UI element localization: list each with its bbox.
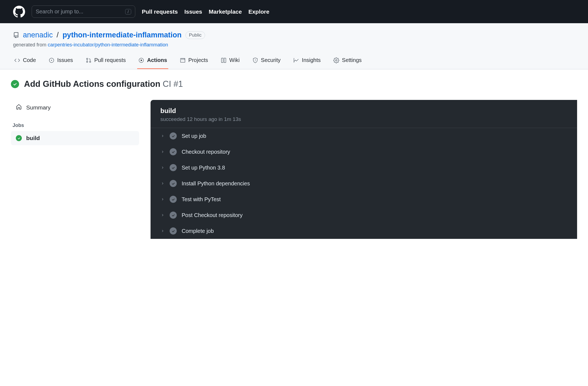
svg-point-12 [255,61,255,61]
log-step[interactable]: Set up Python 3.8 [151,160,577,176]
log-step[interactable]: Test with PyTest [151,191,577,207]
tab-actions[interactable]: Actions [137,57,168,69]
tab-label: Wiki [229,57,240,63]
home-icon [16,104,22,111]
sidebar-job-build[interactable]: build [11,131,139,145]
tab-label: Projects [188,57,208,63]
tab-label: Actions [147,57,167,63]
github-logo[interactable] [13,6,25,18]
chevron-right-icon [160,229,165,233]
check-circle-icon [170,148,177,155]
svg-point-4 [89,61,91,63]
repo-title: anenadic / python-intermediate-inflammat… [13,31,575,39]
svg-point-1 [51,60,52,61]
check-circle-icon [170,164,177,171]
tab-label: Settings [342,57,362,63]
tab-settings[interactable]: Settings [332,57,363,69]
visibility-badge: Public [185,31,205,39]
tab-insights[interactable]: Insights [292,57,322,69]
search-placeholder: Search or jump to... [36,8,83,15]
top-navbar: Search or jump to... / Pull requests Iss… [0,0,588,23]
nav-explore[interactable]: Explore [248,8,269,15]
run-title: Add GitHub Actions configuration CI #1 [11,79,577,89]
chevron-right-icon [160,134,165,138]
tab-label: Pull requests [94,57,126,63]
job-name: build [160,107,567,115]
svg-point-14 [335,60,337,61]
log-step[interactable]: Complete job [151,223,577,239]
check-circle-icon [170,227,177,234]
tab-label: Security [261,57,281,63]
check-circle-icon [170,132,177,139]
repo-header: anenadic / python-intermediate-inflammat… [0,23,588,69]
sidebar-section-jobs: Jobs [13,123,139,128]
check-circle-icon [11,80,19,88]
step-label: Test with PyTest [182,196,221,203]
nav-marketplace[interactable]: Marketplace [209,8,242,15]
step-label: Complete job [182,228,214,234]
log-panel-header: build succeeded 12 hours ago in 1m 13s [151,100,577,128]
generated-from: generated from carpentries-incubator/pyt… [13,42,575,48]
tab-code[interactable]: Code [13,57,37,69]
chevron-right-icon [160,150,165,153]
repo-tabs: Code Issues Pull requests Actions Projec… [13,57,575,69]
tab-pull-requests[interactable]: Pull requests [85,57,127,69]
chevron-right-icon [160,213,165,217]
check-circle-icon [16,135,22,141]
template-repo-link[interactable]: carpentries-incubator/python-intermediat… [48,42,168,47]
run-title-text: Add GitHub Actions configuration [24,79,160,89]
generated-prefix: generated from [13,42,48,47]
svg-point-3 [86,61,88,63]
step-label: Install Python dependencies [182,180,250,187]
step-label: Set up job [182,133,206,139]
svg-point-2 [86,58,88,60]
repo-slash: / [57,31,59,39]
tab-wiki[interactable]: Wiki [220,57,241,69]
repo-owner-link[interactable]: anenadic [23,31,53,39]
slash-key-hint: / [125,9,131,14]
tab-projects[interactable]: Projects [179,57,209,69]
chevron-right-icon [160,198,165,201]
log-step[interactable]: Checkout repository [151,144,577,160]
tab-label: Code [23,57,36,63]
tab-issues[interactable]: Issues [47,57,74,69]
nav-issues[interactable]: Issues [184,8,202,15]
tab-label: Insights [302,57,321,63]
step-label: Post Checkout repository [182,212,242,218]
repo-icon [13,32,19,38]
page-body: Add GitHub Actions configuration CI #1 S… [0,69,588,249]
repo-name-link[interactable]: python-intermediate-inflammation [62,31,182,39]
job-status-line: succeeded 12 hours ago in 1m 13s [160,116,567,122]
svg-marker-6 [141,59,142,61]
log-step[interactable]: Post Checkout repository [151,207,577,223]
chevron-right-icon [160,166,165,169]
log-step[interactable]: Set up job [151,128,577,144]
nav-pull-requests[interactable]: Pull requests [142,8,178,15]
check-circle-icon [170,212,177,219]
check-circle-icon [170,196,177,203]
step-label: Checkout repository [182,149,230,155]
sidebar-item-summary[interactable]: Summary [11,100,139,115]
check-circle-icon [170,180,177,187]
search-input[interactable]: Search or jump to... / [32,5,135,18]
log-step[interactable]: Install Python dependencies [151,176,577,191]
log-panel: build succeeded 12 hours ago in 1m 13s S… [151,100,577,239]
step-label: Set up Python 3.8 [182,165,225,171]
sidebar-item-label: Summary [26,104,51,111]
chevron-right-icon [160,182,165,185]
run-workflow-number: CI #1 [163,79,183,89]
tab-security[interactable]: Security [251,57,282,69]
tab-label: Issues [57,57,73,63]
jobs-sidebar: Summary Jobs build [11,100,139,145]
sidebar-item-label: build [26,135,40,141]
